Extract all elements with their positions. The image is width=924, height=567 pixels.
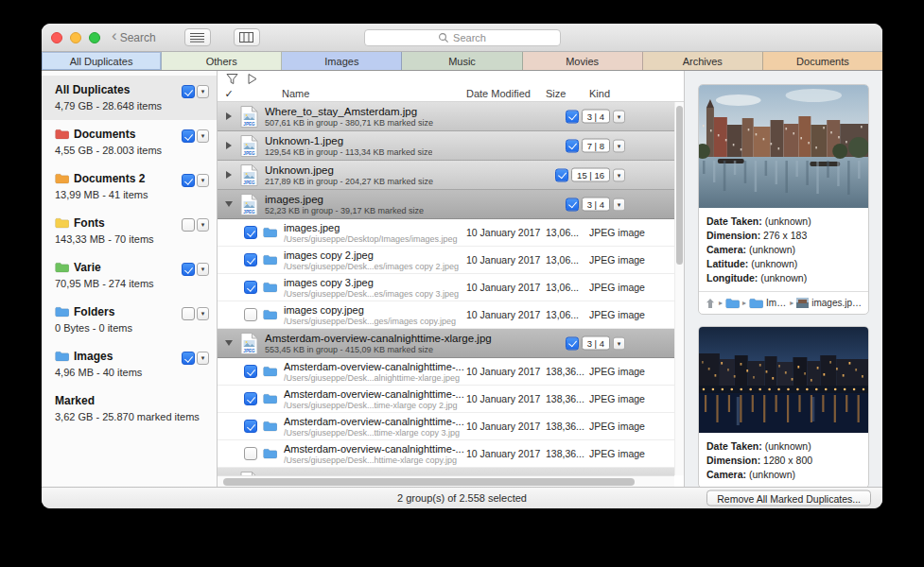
sidebar-item[interactable]: Fonts143,33 MB - 70 items▾ (42, 209, 217, 253)
vertical-scrollbar[interactable] (674, 102, 684, 475)
sidebar-item-checkbox[interactable] (182, 263, 195, 276)
horizontal-scrollbar[interactable] (218, 475, 674, 487)
sidebar-item-dropdown[interactable]: ▾ (197, 85, 209, 98)
horizontal-scrollbar-thumb[interactable] (223, 478, 635, 486)
vertical-scrollbar-thumb[interactable] (676, 106, 683, 265)
sidebar-item-dropdown[interactable]: ▾ (197, 174, 209, 187)
zoom-window-button[interactable] (89, 32, 100, 43)
folder-icon (55, 262, 69, 273)
file-date: 10 January 2017 (466, 421, 546, 432)
folder-icon[interactable] (725, 298, 740, 309)
sidebar-item-checkbox[interactable] (182, 307, 195, 320)
file-checkbox[interactable] (244, 308, 257, 321)
tab-archives[interactable]: Archives (643, 52, 763, 70)
group-dropdown[interactable]: ▾ (613, 198, 625, 211)
image-thumb-icon[interactable] (796, 298, 809, 308)
column-kind[interactable]: Kind (589, 88, 674, 99)
group-dropdown[interactable]: ▾ (613, 336, 625, 350)
file-row[interactable]: Amsterdam-overview-canalnighttime-.../Us… (218, 440, 674, 468)
filter-funnel-icon[interactable] (226, 73, 238, 85)
group-row[interactable]: JPEGimages.jpeg52,23 KB in group - 39,17… (218, 190, 674, 219)
sidebar-item-checkbox[interactable] (182, 174, 195, 187)
group-row[interactable]: JPEGUnknown.jpeg217,89 KB in group - 204… (218, 161, 674, 190)
search-icon (438, 32, 449, 43)
sidebar-item[interactable]: Folders0 Bytes - 0 items▾ (42, 298, 217, 342)
column-date-modified[interactable]: Date Modified (466, 88, 546, 99)
group-row[interactable]: JPEGWhere_to_stay_Amsterdam.jpg507,61 KB… (218, 102, 674, 131)
sidebar-item-dropdown[interactable]: ▾ (197, 218, 209, 232)
file-row[interactable]: images.jpeg/Users/giuseppe/Desktop/Image… (218, 219, 674, 247)
file-row[interactable]: Amsterdam-overview-canalnighttime-.../Us… (218, 386, 674, 413)
root-icon[interactable] (705, 298, 716, 309)
tab-all-duplicates[interactable]: All Duplicates (42, 52, 162, 70)
disclosure-closed-icon[interactable] (218, 171, 240, 179)
tab-images[interactable]: Images (282, 52, 402, 70)
group-checkbox[interactable] (566, 336, 579, 350)
list-view-button[interactable] (184, 28, 211, 46)
group-row[interactable]: JPEG2560... (218, 468, 674, 475)
file-row[interactable]: Amsterdam-overview-canalnighttime-.../Us… (218, 413, 674, 440)
tab-music[interactable]: Music (402, 52, 522, 70)
close-window-button[interactable] (51, 32, 62, 43)
sidebar-item[interactable]: Marked3,62 GB - 25.870 marked items (42, 387, 217, 431)
file-checkbox[interactable] (244, 281, 257, 294)
sidebar-item[interactable]: Documents4,55 GB - 28.003 items▾ (42, 120, 217, 164)
group-dropdown[interactable]: ▾ (613, 168, 625, 181)
path-folder-label[interactable]: Imag (766, 298, 787, 308)
sidebar-item-dropdown[interactable]: ▾ (197, 307, 209, 320)
group-checkbox[interactable] (566, 198, 579, 211)
tab-movies[interactable]: Movies (523, 52, 643, 70)
file-checkbox[interactable] (244, 392, 257, 405)
disclosure-open-icon[interactable] (218, 201, 240, 207)
path-file-label[interactable]: images.jpeg (811, 298, 863, 308)
column-checked[interactable]: ✓ (218, 88, 240, 100)
sidebar-item[interactable]: Images4,96 MB - 40 items▾ (42, 342, 217, 387)
file-checkbox[interactable] (244, 253, 257, 266)
sidebar-item-label: All Duplicates (55, 83, 130, 96)
file-checkbox[interactable] (244, 420, 257, 433)
sidebar-item-checkbox[interactable] (182, 352, 195, 365)
sidebar-item[interactable]: Documents 213,99 MB - 41 items▾ (42, 164, 217, 209)
search-placeholder: Search (453, 32, 486, 43)
file-checkbox[interactable] (244, 447, 257, 460)
sidebar-item[interactable]: All Duplicates4,79 GB - 28.648 items▾ (42, 76, 217, 120)
group-dropdown[interactable]: ▾ (613, 139, 625, 152)
group-dropdown[interactable]: ▾ (613, 110, 625, 123)
file-row[interactable]: images copy 3.jpeg/Users/giuseppe/Desk..… (218, 274, 674, 301)
tab-others[interactable]: Others (162, 52, 282, 70)
file-checkbox[interactable] (244, 365, 257, 378)
back-button[interactable]: ‹ Search (112, 31, 156, 44)
remove-marked-button[interactable]: Remove All Marked Duplicates... (706, 490, 871, 507)
group-row[interactable]: JPEGUnknown-1.jpeg129,54 KB in group - 1… (218, 131, 674, 161)
search-input[interactable]: Search (364, 29, 561, 46)
folder-icon[interactable] (749, 298, 763, 309)
sidebar-item-checkbox[interactable] (182, 129, 195, 143)
file-checkbox[interactable] (244, 226, 257, 239)
sidebar-item-dropdown[interactable]: ▾ (197, 129, 209, 143)
disclosure-closed-icon[interactable] (218, 142, 240, 149)
file-row[interactable]: images copy.jpeg/Users/giuseppe/Desk...g… (218, 301, 674, 329)
group-checkbox[interactable] (566, 110, 579, 123)
column-size[interactable]: Size (546, 88, 589, 99)
group-checkbox[interactable] (566, 139, 579, 152)
sidebar-item-checkbox[interactable] (182, 85, 195, 98)
sidebar-item-label: Documents (74, 128, 135, 141)
file-row[interactable]: images copy 2.jpeg/Users/giuseppe/Desk..… (218, 247, 674, 274)
sidebar-item-dropdown[interactable]: ▾ (197, 352, 209, 365)
group-row[interactable]: JPEGAmsterdam-overview-canalnighttime-xl… (218, 329, 674, 358)
file-row[interactable]: Amsterdam-overview-canalnighttime-.../Us… (218, 358, 674, 386)
column-name[interactable]: Name (240, 88, 466, 99)
file-kind: JPEG image (589, 282, 674, 293)
disclosure-open-icon[interactable] (218, 340, 240, 346)
sidebar-item[interactable]: Varie70,95 MB - 274 items▾ (42, 253, 217, 298)
disclosure-closed-icon[interactable] (218, 112, 240, 120)
sidebar-item-dropdown[interactable]: ▾ (197, 263, 209, 276)
sidebar-item-checkbox[interactable] (182, 218, 195, 232)
group-checkbox[interactable] (555, 168, 568, 181)
tab-documents[interactable]: Documents (763, 52, 882, 70)
duplicates-list: ✓ Name Date Modified Size Kind JPEGWhere… (218, 71, 684, 487)
autoselect-flag-icon[interactable] (247, 73, 258, 85)
minimize-window-button[interactable] (70, 32, 81, 43)
column-view-button[interactable] (234, 28, 260, 46)
meta-value: (unknown) (751, 258, 797, 269)
